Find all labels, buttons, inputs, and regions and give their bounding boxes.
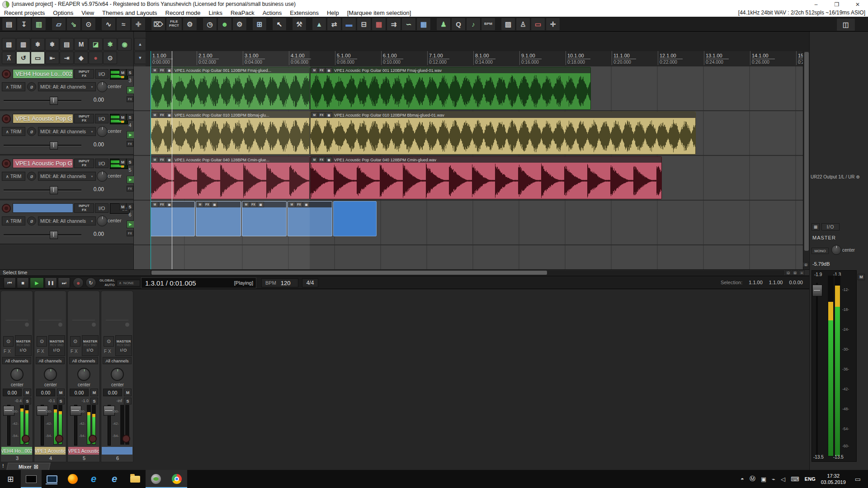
monitor-input-button[interactable]: ▶ xyxy=(127,221,134,228)
render-icon[interactable]: ↧ xyxy=(17,18,31,31)
monitoring-icon[interactable]: ☻ xyxy=(217,18,232,31)
routing-button[interactable]: MASTERRCV SNDI/O xyxy=(115,335,132,356)
phase-button[interactable]: ø xyxy=(27,82,36,91)
tab-close-icon[interactable]: ☒ xyxy=(34,464,38,470)
hzoom-plus-icon[interactable]: ⊕ xyxy=(792,270,798,275)
taskbar-firefox-icon[interactable] xyxy=(62,470,83,488)
spread-items-icon[interactable]: ⇄ xyxy=(327,18,341,31)
render-queue-icon[interactable]: ▭ xyxy=(531,18,545,31)
midi-item[interactable]: MFX▣ xyxy=(288,201,332,236)
tray-snip-icon[interactable]: ▣ xyxy=(761,476,766,483)
strip-name[interactable] xyxy=(102,447,132,455)
tray-usb-icon[interactable]: ⌁ xyxy=(772,476,775,483)
mute-all-icon[interactable]: M xyxy=(74,38,88,51)
menu-extensions[interactable]: Extensions xyxy=(286,9,323,16)
record-arm-button[interactable] xyxy=(2,204,11,213)
mute-button[interactable]: M xyxy=(119,69,126,76)
fx-power-icon[interactable]: ⊙ xyxy=(70,336,80,347)
pan-knob[interactable] xyxy=(111,368,124,381)
vertical-scrollbar[interactable] xyxy=(803,51,810,269)
volume-fader[interactable] xyxy=(4,98,81,103)
go-to-end-button[interactable]: ⏭ xyxy=(58,277,70,288)
move-items-icon[interactable]: ⇉ xyxy=(387,18,401,31)
track-name-field[interactable]: VEH4 House Lo...002 xyxy=(13,69,73,79)
fx-button[interactable]: FX xyxy=(127,230,133,236)
scroll-down-icon[interactable]: ▼ xyxy=(134,52,146,64)
start-button[interactable]: ⊞ xyxy=(0,470,21,488)
taskbar-chrome-icon[interactable] xyxy=(166,470,187,488)
item-props-icon[interactable]: ▣ xyxy=(257,202,264,207)
minimize-button[interactable]: – xyxy=(806,0,826,9)
solo-button[interactable]: S xyxy=(127,159,133,165)
midi-input-dropdown[interactable]: MIDI: All: All channels▼ xyxy=(38,82,96,91)
item-props-icon[interactable]: ▣ xyxy=(303,202,310,207)
clock[interactable]: 17:32 03.05.2019 xyxy=(821,473,846,486)
taskbar-display-icon[interactable] xyxy=(42,470,62,488)
pause-button[interactable]: ❚❚ xyxy=(45,277,57,288)
new-project-icon[interactable]: ▱ xyxy=(52,18,66,31)
media-item[interactable]: MFX▣VPE1 Acoustic Pop Guitar 010 120BPM … xyxy=(151,112,310,155)
midi-editor-icon[interactable]: ♪ xyxy=(466,18,481,31)
lock-items-icon[interactable]: ◆ xyxy=(74,52,88,64)
mute-button[interactable]: M xyxy=(119,159,126,165)
pan-knob[interactable] xyxy=(10,368,24,381)
volume-value[interactable]: 0.00 xyxy=(36,389,55,396)
menu-recent-projects[interactable]: Recent projects xyxy=(0,9,49,16)
volume-value[interactable]: 0.00 xyxy=(70,389,89,396)
channels-selector[interactable]: All channels xyxy=(69,357,98,364)
undo-icon[interactable]: ∿ xyxy=(101,18,116,31)
fx-power-icon[interactable]: ⊙ xyxy=(37,336,47,347)
master-pan-knob[interactable] xyxy=(831,245,841,255)
channels-selector[interactable]: All channels xyxy=(2,357,31,364)
pan-knob[interactable] xyxy=(44,368,57,381)
item-fx-icon[interactable]: FX xyxy=(159,157,165,163)
folder-view-icon[interactable]: ◪ xyxy=(89,38,103,51)
routing-button[interactable]: MASTERRCV SNDI/O xyxy=(82,335,99,356)
monitor-input-button[interactable]: ▶ xyxy=(127,176,134,183)
file-project-icon[interactable]: FILEPRCT xyxy=(166,18,182,31)
repeat-button[interactable]: ↻ xyxy=(85,277,96,288)
play-button[interactable]: ▶ xyxy=(30,277,44,288)
item-mute-icon[interactable]: M xyxy=(311,112,318,118)
taskbar-edge-icon[interactable]: e xyxy=(83,470,104,488)
channels-selector[interactable]: All channels xyxy=(36,357,65,364)
item-mute-icon[interactable]: M xyxy=(151,202,158,207)
global-auto-selector[interactable]: ∧NONE xyxy=(117,280,140,286)
master-fx-icon[interactable]: ▦ xyxy=(811,223,820,230)
pan-knob[interactable] xyxy=(97,81,108,92)
item-props-icon[interactable]: ▣ xyxy=(211,202,218,207)
freeze-off-icon[interactable]: ❄ xyxy=(31,38,45,51)
io-button[interactable]: I/O xyxy=(95,203,108,213)
input-fx-button[interactable]: INPUTFX xyxy=(74,159,94,168)
trim-envelope-button[interactable]: ∧TRIM xyxy=(2,216,25,225)
record-arm-button[interactable] xyxy=(2,114,11,123)
solo-button[interactable]: S xyxy=(127,203,133,210)
item-props-icon[interactable]: ▣ xyxy=(326,67,332,73)
input-fx-button[interactable]: INPUTFX xyxy=(74,69,94,79)
bpm-display[interactable]: BPM 120 xyxy=(261,278,298,287)
master-io-button[interactable]: I/O xyxy=(821,223,840,230)
width-knob[interactable] xyxy=(125,323,129,327)
item-fx-icon[interactable]: FX xyxy=(159,202,165,207)
monitor-input-button[interactable]: ▶ xyxy=(127,131,134,139)
media-item[interactable]: MFX▣VPE1 Acoustic Pop Guitar 040 128BPM … xyxy=(310,156,662,199)
channels-selector[interactable]: All channels xyxy=(103,357,132,364)
selection-display[interactable]: Selection: 1.1.00 1.1.00 0.0.00 xyxy=(721,280,803,285)
width-knob[interactable] xyxy=(92,323,96,327)
monitor-select-icon[interactable]: ▤ xyxy=(60,38,74,51)
item-fx-icon[interactable]: FX xyxy=(204,202,211,207)
ruler-mode-icon[interactable]: ▭ xyxy=(31,52,45,64)
tray-m-app-icon[interactable]: Ⓜ xyxy=(750,475,755,483)
fx-button[interactable]: FX xyxy=(127,141,133,147)
item-fx-icon[interactable]: FX xyxy=(296,202,302,207)
time-signature-display[interactable]: 4/4 xyxy=(302,278,318,287)
phase-button[interactable]: ø xyxy=(27,216,36,225)
taskbar-ie-icon[interactable]: e xyxy=(104,470,125,488)
input-fx-button[interactable]: INPUTFX xyxy=(74,203,94,213)
item-mute-icon[interactable]: M xyxy=(151,157,158,163)
redo-icon[interactable]: ≈ xyxy=(116,18,131,31)
media-item[interactable]: MFX▣VPE1 Acoustic Pop Guitar 001 120BPM … xyxy=(151,67,310,110)
mute-button[interactable]: M xyxy=(119,203,126,210)
action-center-icon[interactable]: ▭ xyxy=(851,475,864,483)
hammer-tool-icon[interactable]: ⚒ xyxy=(292,18,307,31)
